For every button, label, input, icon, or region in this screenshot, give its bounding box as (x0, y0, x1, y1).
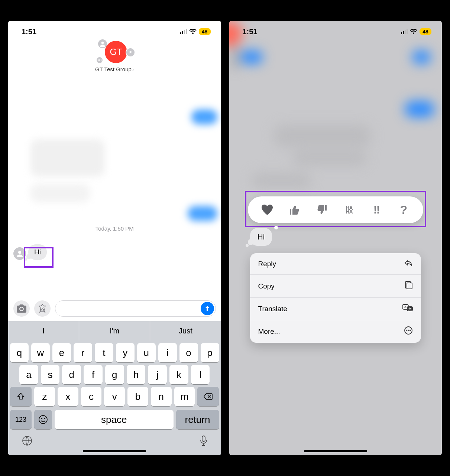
context-menu-reply[interactable]: Reply (250, 253, 421, 275)
key-k[interactable]: k (169, 365, 188, 384)
key-e[interactable]: e (52, 343, 71, 362)
status-bar: 1:51 48 (229, 21, 442, 38)
home-indicator[interactable] (304, 450, 367, 452)
status-time: 1:51 (22, 27, 36, 36)
key-w[interactable]: w (31, 343, 50, 362)
sender-avatar-icon[interactable] (13, 247, 26, 260)
shift-key[interactable] (10, 387, 32, 406)
key-i[interactable]: i (158, 343, 177, 362)
key-c[interactable]: c (81, 387, 102, 406)
tapback-thumbs-up-icon[interactable] (286, 202, 303, 218)
tapback-bar: HAHA !! ? (248, 196, 424, 223)
key-b[interactable]: b (127, 387, 148, 406)
keyboard-bottom-row (8, 435, 221, 448)
status-time: 1:51 (243, 27, 258, 36)
message-input[interactable] (55, 300, 216, 317)
chat-title[interactable]: GT Test Group › (95, 66, 134, 72)
tapback-heart-icon[interactable] (259, 202, 275, 218)
key-l[interactable]: l (191, 365, 210, 384)
key-p[interactable]: p (201, 343, 219, 362)
cellular-signal-icon (401, 29, 408, 34)
emoji-key[interactable] (34, 410, 52, 429)
translate-icon: A文 (402, 304, 413, 314)
key-g[interactable]: g (105, 365, 124, 384)
key-row-2: a s d f g h j k l (8, 362, 221, 384)
participant-avatar-p: P (126, 48, 135, 57)
tapback-question-icon[interactable]: ? (395, 202, 412, 218)
key-j[interactable]: j (148, 365, 167, 384)
focused-message[interactable]: Hi (250, 228, 272, 246)
key-q[interactable]: q (10, 343, 29, 362)
svg-text:A: A (404, 305, 407, 309)
send-button[interactable] (201, 302, 214, 315)
suggestion[interactable]: Just (150, 321, 221, 340)
home-indicator[interactable] (83, 450, 146, 452)
more-icon (404, 326, 413, 337)
battery-level: 48 (199, 28, 211, 35)
numbers-key[interactable]: 123 (10, 410, 32, 429)
chevron-right-icon: › (132, 66, 134, 72)
key-d[interactable]: d (62, 365, 81, 384)
tapback-exclaim-icon[interactable]: !! (368, 202, 385, 218)
camera-button[interactable] (13, 300, 30, 317)
delete-key[interactable] (197, 387, 219, 406)
key-o[interactable]: o (179, 343, 198, 362)
message-bubble[interactable]: Hi (28, 244, 47, 260)
suggestion[interactable]: I (8, 321, 79, 340)
conversation-area[interactable]: Today, 1:50 PM Hi (8, 72, 221, 297)
blurred-message (30, 139, 105, 176)
svg-point-2 (39, 415, 47, 424)
compose-bar (8, 297, 221, 321)
context-menu-more[interactable]: More... (250, 320, 421, 343)
key-row-1: q w e r t y u i o p (8, 340, 221, 362)
copy-icon (405, 281, 413, 291)
blurred-message (188, 206, 217, 221)
globe-icon[interactable] (22, 435, 33, 448)
svg-point-3 (41, 418, 42, 419)
key-r[interactable]: r (74, 343, 92, 362)
key-h[interactable]: h (127, 365, 146, 384)
group-avatar-cluster: GT P NU (96, 41, 133, 65)
participant-avatar-nu: NU (96, 56, 103, 64)
space-key[interactable]: space (55, 410, 174, 429)
wifi-icon (410, 29, 417, 35)
battery-level: 48 (420, 28, 431, 35)
svg-rect-7 (407, 283, 412, 289)
status-icons: 48 (401, 28, 431, 35)
screenshot-left: 1:51 48 GT P NU GT Test Group › (8, 21, 221, 455)
key-y[interactable]: y (116, 343, 135, 362)
key-n[interactable]: n (151, 387, 172, 406)
dictation-icon[interactable] (200, 435, 208, 448)
key-u[interactable]: u (137, 343, 156, 362)
conversation-timestamp: Today, 1:50 PM (13, 225, 216, 232)
suggestion[interactable]: I'm (79, 321, 150, 340)
battery-icon: 48 (420, 28, 431, 35)
key-s[interactable]: s (41, 365, 60, 384)
tapback-haha-icon[interactable]: HAHA (341, 202, 357, 218)
blurred-message (30, 184, 90, 202)
keyboard: I I'm Just q w e r t y u i o p a s d f g… (8, 321, 221, 455)
app-store-button[interactable] (34, 300, 51, 317)
message-row: Hi (13, 244, 216, 260)
key-v[interactable]: v (104, 387, 125, 406)
key-row-3: z x c v b n m (8, 384, 221, 406)
context-menu-translate[interactable]: Translate A文 (250, 298, 421, 320)
key-row-4: 123 space return (8, 406, 221, 429)
context-menu-copy[interactable]: Copy (250, 275, 421, 298)
key-t[interactable]: t (95, 343, 113, 362)
group-avatar-main: GT (105, 41, 127, 63)
tapback-thumbs-down-icon[interactable] (314, 202, 330, 218)
svg-point-4 (44, 418, 45, 419)
chat-header[interactable]: GT P NU GT Test Group › (8, 38, 221, 72)
key-a[interactable]: a (19, 365, 38, 384)
svg-point-15 (410, 330, 411, 331)
cellular-signal-icon (180, 29, 187, 34)
return-key[interactable]: return (176, 410, 219, 429)
svg-rect-6 (202, 436, 205, 441)
svg-point-13 (406, 330, 407, 331)
key-m[interactable]: m (174, 387, 195, 406)
key-f[interactable]: f (84, 365, 103, 384)
key-x[interactable]: x (58, 387, 78, 406)
key-z[interactable]: z (34, 387, 55, 406)
battery-icon: 48 (199, 28, 211, 35)
